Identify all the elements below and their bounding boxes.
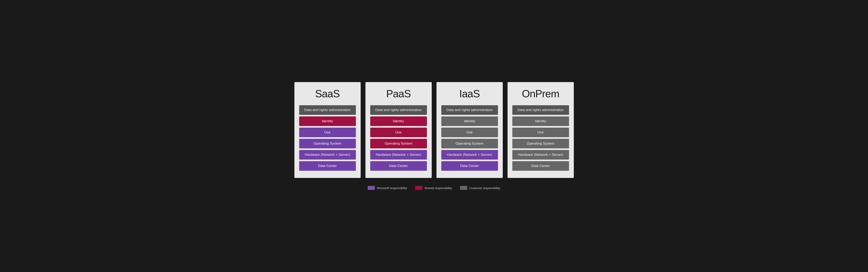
main-container: SaaSData and rights administrationIdenti…: [294, 82, 574, 190]
layer-onprem-3: Operating System: [512, 139, 569, 148]
cards-row: SaaSData and rights administrationIdenti…: [294, 82, 574, 178]
layer-saas-0: Data and rights administration: [299, 105, 356, 115]
card-paas: PaaSData and rights administrationIdenti…: [366, 82, 432, 178]
card-title-onprem: OnPrem: [512, 88, 569, 100]
legend-label-shared: Shared responsibility: [424, 186, 452, 190]
layer-paas-4: Hardware (Network + Server): [370, 150, 427, 159]
legend-swatch-shared: [415, 186, 422, 190]
layer-paas-2: Use: [370, 128, 427, 137]
layer-iaas-5: Data Center: [441, 161, 498, 171]
layer-saas-5: Data Center: [299, 161, 356, 171]
layer-paas-1: Identity: [370, 116, 427, 126]
card-title-paas: PaaS: [370, 88, 427, 100]
legend-item-customer: Customer responsibility: [460, 186, 500, 190]
layer-iaas-4: Hardware (Network + Server): [441, 150, 498, 159]
layer-onprem-1: Identity: [512, 116, 569, 126]
legend-row: Microsoft responsibilityShared responsib…: [368, 186, 500, 190]
legend-swatch-microsoft: [368, 186, 375, 190]
layer-saas-2: Use: [299, 128, 356, 137]
layer-onprem-5: Data Center: [512, 161, 569, 171]
layer-paas-3: Operating System: [370, 139, 427, 148]
card-iaas: IaaSData and rights administrationIdenti…: [436, 82, 503, 178]
legend-swatch-customer: [460, 186, 467, 190]
layer-iaas-1: Identity: [441, 116, 498, 126]
legend-label-microsoft: Microsoft responsibility: [377, 186, 407, 190]
layer-iaas-2: Use: [441, 128, 498, 137]
layer-paas-5: Data Center: [370, 161, 427, 171]
card-title-iaas: IaaS: [441, 88, 498, 100]
layer-iaas-0: Data and rights administration: [441, 105, 498, 115]
layer-paas-0: Data and rights administration: [370, 105, 427, 115]
layer-onprem-0: Data and rights administration: [512, 105, 569, 115]
layer-saas-3: Operating System: [299, 139, 356, 148]
card-onprem: OnPremData and rights administrationIden…: [507, 82, 574, 178]
layer-iaas-3: Operating System: [441, 139, 498, 148]
legend-label-customer: Customer responsibility: [469, 186, 500, 190]
layer-saas-4: Hardware (Network + Server): [299, 150, 356, 159]
layer-saas-1: Identity: [299, 116, 356, 126]
card-title-saas: SaaS: [299, 88, 356, 100]
layer-onprem-2: Use: [512, 128, 569, 137]
legend-item-shared: Shared responsibility: [415, 186, 452, 190]
layer-onprem-4: Hardware (Network + Server): [512, 150, 569, 159]
legend-item-microsoft: Microsoft responsibility: [368, 186, 407, 190]
card-saas: SaaSData and rights administrationIdenti…: [294, 82, 361, 178]
